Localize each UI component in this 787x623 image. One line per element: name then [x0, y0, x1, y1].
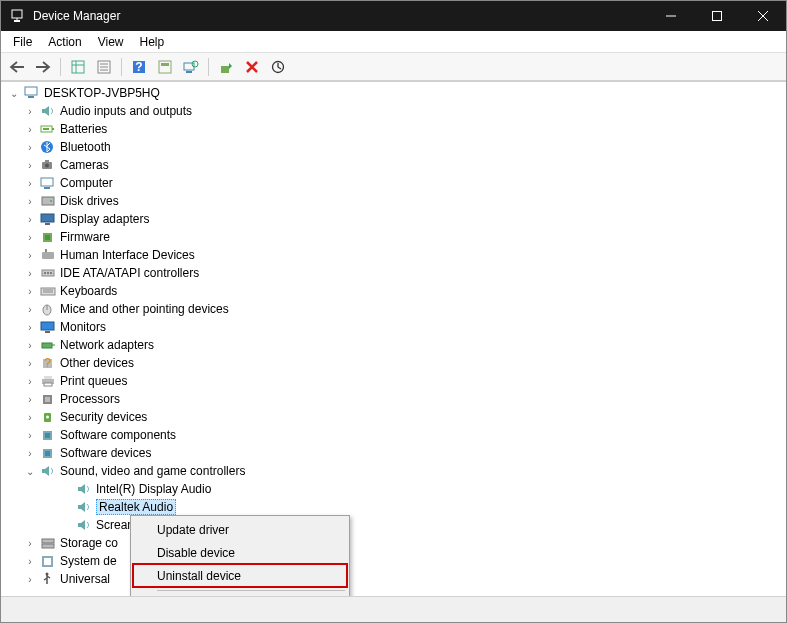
chevron-right-icon[interactable]	[59, 482, 73, 496]
tree-node[interactable]: ›Network adapters	[1, 336, 786, 354]
tree-node[interactable]: ›Keyboards	[1, 282, 786, 300]
speaker-icon	[39, 103, 57, 119]
tree-node[interactable]: ⌄Sound, video and game controllers	[1, 462, 786, 480]
tree-node[interactable]: ›Firmware	[1, 228, 786, 246]
chevron-right-icon[interactable]: ›	[23, 554, 37, 568]
chevron-down-icon[interactable]: ⌄	[23, 464, 37, 478]
tree-node[interactable]: ›Cameras	[1, 156, 786, 174]
tree-node[interactable]: Scream	[1, 516, 786, 534]
chevron-right-icon[interactable]: ›	[23, 248, 37, 262]
chevron-right-icon[interactable]	[59, 518, 73, 532]
tree-node[interactable]: ›Batteries	[1, 120, 786, 138]
tree-node-label: Human Interface Devices	[60, 248, 195, 262]
tree-node[interactable]: ›Universal	[1, 570, 786, 588]
chevron-right-icon[interactable]: ›	[23, 122, 37, 136]
menu-action[interactable]: Action	[40, 33, 89, 51]
svg-rect-71	[44, 558, 51, 565]
context-menu-item[interactable]: Disable device	[133, 541, 347, 564]
minimize-button[interactable]	[648, 1, 694, 31]
svg-rect-1	[14, 20, 20, 22]
tree-node[interactable]: ›Software devices	[1, 444, 786, 462]
menu-help[interactable]: Help	[132, 33, 173, 51]
action-button[interactable]	[153, 56, 177, 78]
display-icon	[39, 211, 57, 227]
tree-node[interactable]: Intel(R) Display Audio	[1, 480, 786, 498]
tree-node-label: Bluetooth	[60, 140, 111, 154]
tree-node-label: Batteries	[60, 122, 107, 136]
chevron-right-icon[interactable]: ›	[23, 536, 37, 550]
chevron-right-icon[interactable]: ›	[23, 428, 37, 442]
tree-node[interactable]: ›Mice and other pointing devices	[1, 300, 786, 318]
help-button[interactable]: ?	[127, 56, 151, 78]
mouse-icon	[39, 301, 57, 317]
svg-text:?: ?	[44, 356, 51, 370]
chevron-right-icon[interactable]: ›	[23, 140, 37, 154]
maximize-button[interactable]	[694, 1, 740, 31]
scan-hardware-button[interactable]	[179, 56, 203, 78]
close-button[interactable]	[740, 1, 786, 31]
update-driver-button[interactable]	[214, 56, 238, 78]
chevron-down-icon[interactable]: ⌄	[7, 86, 21, 100]
chevron-right-icon[interactable]: ›	[23, 320, 37, 334]
tree-node[interactable]: Realtek Audio	[1, 498, 786, 516]
chevron-right-icon[interactable]: ›	[23, 158, 37, 172]
tree-node[interactable]: ›Processors	[1, 390, 786, 408]
chevron-right-icon[interactable]: ›	[23, 446, 37, 460]
svg-rect-26	[52, 128, 54, 130]
chevron-right-icon[interactable]: ›	[23, 194, 37, 208]
chevron-right-icon[interactable]: ›	[23, 284, 37, 298]
camera-icon	[39, 157, 57, 173]
svg-rect-16	[159, 61, 171, 73]
tree-root[interactable]: ⌄ DESKTOP-JVBP5HQ	[1, 84, 786, 102]
disable-button[interactable]	[266, 56, 290, 78]
forward-button[interactable]	[31, 56, 55, 78]
chevron-right-icon[interactable]: ›	[23, 212, 37, 226]
tree-node[interactable]: ›Audio inputs and outputs	[1, 102, 786, 120]
svg-rect-36	[41, 214, 54, 222]
tree-node[interactable]: ›Disk drives	[1, 192, 786, 210]
show-hidden-button[interactable]	[66, 56, 90, 78]
tree-node[interactable]: ›IDE ATA/ATAPI controllers	[1, 264, 786, 282]
chevron-right-icon[interactable]: ›	[23, 338, 37, 352]
chevron-right-icon[interactable]	[59, 500, 73, 514]
tree-node[interactable]: ›Monitors	[1, 318, 786, 336]
chevron-right-icon[interactable]: ›	[23, 572, 37, 586]
tree-node-label: Software components	[60, 428, 176, 442]
chevron-right-icon[interactable]: ›	[23, 266, 37, 280]
chevron-right-icon[interactable]: ›	[23, 392, 37, 406]
back-button[interactable]	[5, 56, 29, 78]
tree-node[interactable]: ›System de	[1, 552, 786, 570]
menu-file[interactable]: File	[5, 33, 40, 51]
tree-node-label: Mice and other pointing devices	[60, 302, 229, 316]
properties-button[interactable]	[92, 56, 116, 78]
uninstall-button[interactable]	[240, 56, 264, 78]
tree-node-label: Print queues	[60, 374, 127, 388]
context-menu-item[interactable]: Uninstall device	[133, 564, 347, 587]
tree-node[interactable]: ›Computer	[1, 174, 786, 192]
chevron-right-icon[interactable]: ›	[23, 356, 37, 370]
tree-node[interactable]: ›Storage co	[1, 534, 786, 552]
chevron-right-icon[interactable]: ›	[23, 302, 37, 316]
menu-view[interactable]: View	[90, 33, 132, 51]
tree-node[interactable]: ›Display adapters	[1, 210, 786, 228]
chevron-right-icon[interactable]: ›	[23, 374, 37, 388]
svg-rect-34	[42, 197, 54, 205]
chevron-right-icon[interactable]: ›	[23, 230, 37, 244]
tree-node[interactable]: ›Software components	[1, 426, 786, 444]
tree-node-label: Processors	[60, 392, 120, 406]
speaker-icon	[75, 481, 93, 497]
tree-node[interactable]: ›Print queues	[1, 372, 786, 390]
svg-point-72	[46, 573, 49, 576]
chevron-right-icon[interactable]: ›	[23, 176, 37, 190]
svg-rect-33	[44, 187, 50, 189]
chevron-right-icon[interactable]: ›	[23, 104, 37, 118]
tree-node-label: Security devices	[60, 410, 147, 424]
tree-node[interactable]: ›?Other devices	[1, 354, 786, 372]
svg-rect-0	[12, 10, 22, 18]
device-tree[interactable]: ⌄ DESKTOP-JVBP5HQ ›Audio inputs and outp…	[1, 81, 786, 595]
tree-node[interactable]: ›Bluetooth	[1, 138, 786, 156]
chevron-right-icon[interactable]: ›	[23, 410, 37, 424]
tree-node[interactable]: ›Human Interface Devices	[1, 246, 786, 264]
context-menu-item[interactable]: Update driver	[133, 518, 347, 541]
tree-node[interactable]: ›Security devices	[1, 408, 786, 426]
